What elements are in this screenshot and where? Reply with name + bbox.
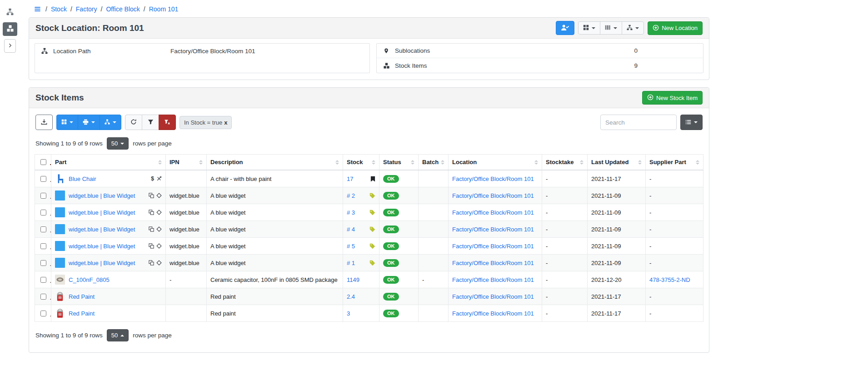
cell-stocktake: - [542,221,588,238]
location-link[interactable]: Factory/Office Block/Room 101 [452,175,534,182]
cell-select[interactable] [35,271,51,288]
row-checkbox[interactable] [40,176,46,182]
cell-select[interactable] [35,305,51,322]
location-link[interactable]: Factory/Office Block/Room 101 [452,243,534,250]
part-link[interactable]: widget.blue | Blue Widget [69,226,135,233]
column-header-batch[interactable]: Batch [419,155,449,170]
supplier-part-link[interactable]: 478-3755-2-ND [649,276,690,283]
part-link[interactable]: widget.blue | Blue Widget [69,260,135,266]
stock-link[interactable]: # 1 [347,260,355,266]
location-link[interactable]: Factory/Office Block/Room 101 [452,226,534,233]
filter-button[interactable] [142,115,159,130]
part-link[interactable]: Red Paint [69,310,95,317]
location-link[interactable]: Factory/Office Block/Room 101 [452,260,534,266]
columns-button[interactable] [680,115,703,130]
part-link[interactable]: widget.blue | Blue Widget [69,209,135,216]
column-header-last-updated[interactable]: Last Updated [588,155,646,170]
row-checkbox[interactable] [40,294,46,300]
select-all-header[interactable] [35,155,51,170]
cell-select[interactable] [35,221,51,238]
stock-link[interactable]: # 3 [347,209,355,216]
row-checkbox[interactable] [40,260,46,266]
page-size-select[interactable]: 50 [107,137,129,150]
clear-filters-button[interactable] [159,115,176,130]
cell-select[interactable] [35,238,51,255]
breadcrumb-item[interactable]: Stock [51,5,67,13]
new-stock-item-button[interactable]: New Stock Item [642,91,703,105]
cell-batch: - [419,271,449,288]
chevron-right-icon [8,42,13,50]
stock-options-button[interactable] [100,115,121,130]
column-header-stock[interactable]: Stock [343,155,379,170]
stock-link[interactable]: # 4 [347,226,355,233]
sidebar-item-locations[interactable] [3,5,17,19]
column-header-part[interactable]: Part [51,155,166,170]
row-checkbox[interactable] [40,226,46,232]
part-link[interactable]: Blue Chair [69,175,96,182]
stock-link[interactable]: # 5 [347,243,355,250]
cell-select[interactable] [35,255,51,271]
footer-spacer [29,360,709,381]
location-link[interactable]: Factory/Office Block/Room 101 [452,293,534,300]
new-location-button[interactable]: New Location [648,21,703,35]
cell-description: A blue widget [207,238,343,255]
sidebar-item-stock[interactable] [3,22,17,36]
column-header-status[interactable]: Status [379,155,419,170]
stock-link[interactable]: # 2 [347,192,355,199]
sidebar-expand-button[interactable] [4,39,16,53]
filter-chip-remove[interactable]: x [224,119,227,126]
sort-icon [335,160,339,165]
cell-select[interactable] [35,204,51,221]
part-link[interactable]: C_100nF_0805 [69,276,110,283]
row-checkbox[interactable] [40,243,46,249]
select-all-checkbox[interactable] [40,159,46,165]
location-link[interactable]: Factory/Office Block/Room 101 [452,276,534,283]
download-button[interactable] [35,115,53,130]
cell-select[interactable] [35,187,51,204]
row-checkbox[interactable] [40,311,46,316]
cell-supplier-part: - [646,204,703,221]
part-link[interactable]: widget.blue | Blue Widget [69,192,135,199]
cell-stock: 3 [343,305,379,322]
stock-link[interactable]: 3 [347,310,350,317]
row-checkbox[interactable] [40,193,46,199]
breadcrumb-item[interactable]: Room 101 [149,5,179,13]
column-header-description[interactable]: Description [207,155,343,170]
barcode-actions-button[interactable] [600,21,622,35]
location-link[interactable]: Factory/Office Block/Room 101 [452,209,534,216]
row-checkbox[interactable] [40,277,46,283]
cell-location: Factory/Office Block/Room 101 [449,221,542,238]
subscribe-button[interactable] [556,21,574,35]
part-link[interactable]: widget.blue | Blue Widget [69,243,135,250]
cell-stocktake: - [542,255,588,271]
location-link[interactable]: Factory/Office Block/Room 101 [452,192,534,199]
user-check-icon [561,24,569,32]
part-link[interactable]: Red Paint [69,293,95,300]
sort-icon [158,160,162,165]
menu-icon[interactable] [34,6,41,12]
filter-chip[interactable]: In Stock = true x [180,116,232,129]
refresh-button[interactable] [125,115,142,130]
stock-link[interactable]: 2.4 [347,293,355,300]
breadcrumb-item[interactable]: Factory [76,5,97,13]
stock-items-label: Stock Items [395,62,508,69]
column-header-supplier-part[interactable]: Supplier Part [646,155,703,170]
stock-link[interactable]: 17 [347,175,353,182]
column-header-stocktake[interactable]: Stocktake [542,155,588,170]
cell-select[interactable] [35,170,51,187]
search-input[interactable] [600,115,677,130]
column-header-ipn[interactable]: IPN [166,155,207,170]
location-operations-button[interactable] [622,21,644,35]
location-link[interactable]: Factory/Office Block/Room 101 [452,310,534,317]
page-size-select[interactable]: 50 [107,329,129,341]
cell-ipn: widget.blue [166,221,207,238]
column-header-location[interactable]: Location [449,155,542,170]
breadcrumb-item[interactable]: Office Block [106,5,140,13]
view-options-button[interactable] [578,21,600,35]
print-actions-button[interactable] [78,115,100,130]
barcode-actions-button[interactable] [56,115,78,130]
cell-select[interactable] [35,288,51,305]
tag-icon [369,226,375,232]
stock-link[interactable]: 1149 [347,276,359,283]
row-checkbox[interactable] [40,210,46,216]
